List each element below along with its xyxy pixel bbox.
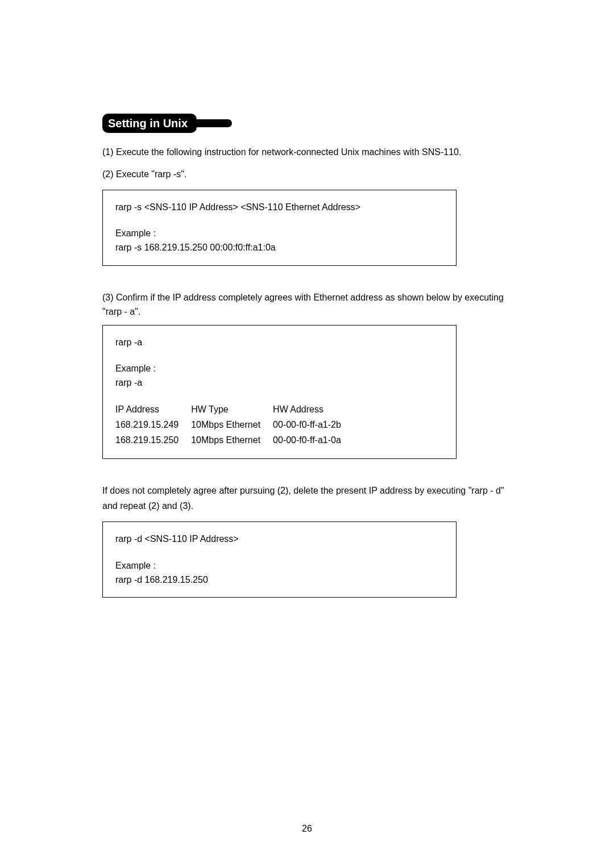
code-box-rarp-d: rarp -d <SNS-110 IP Address> Example : r… [102,521,457,598]
document-page: Setting in Unix (1) Execute the followin… [0,0,614,868]
code-line: rarp -s 168.219.15.250 00:00:f0:ff:a1:0a [115,241,443,255]
table-cell: 10Mbps Ethernet [191,433,273,449]
table-row: 168.219.15.250 10Mbps Ethernet 00-00-f0-… [115,433,354,449]
rarp-a-output-table: IP Address HW Type HW Address 168.219.15… [115,403,354,448]
step-2-text: (2) Execute "rarp -s". [102,168,512,182]
note-line-2: and repeat (2) and (3). [102,499,512,514]
heading-pill: Setting in Unix [102,114,197,133]
table-cell: 00-00-f0-ff-a1-0a [273,433,354,449]
section-heading: Setting in Unix [102,114,197,145]
code-line: Example : [115,227,443,241]
table-header-row: IP Address HW Type HW Address [115,403,354,418]
code-line: rarp -d <SNS-110 IP Address> [115,532,443,546]
code-line: Example : [115,362,443,376]
code-line: rarp -a [115,376,443,390]
code-line: rarp -d 168.219.15.250 [115,573,443,587]
step-1-text: (1) Execute the following instruction fo… [102,145,512,160]
page-number: 26 [0,824,614,834]
table-cell: 168.219.15.250 [115,433,191,449]
table-row: 168.219.15.249 10Mbps Ethernet 00-00-f0-… [115,418,354,433]
code-line: rarp -a [115,336,443,350]
table-cell: 168.219.15.249 [115,418,191,433]
code-line: Example : [115,559,443,573]
code-box-rarp-a: rarp -a Example : rarp -a IP Address HW … [102,325,457,460]
note-line-1: If does not completely agree after pursu… [102,484,512,498]
step-3-text: (3) Confirm if the IP address completely… [102,291,512,319]
table-cell: 00-00-f0-ff-a1-2b [273,418,354,433]
table-header-cell: HW Address [273,403,354,418]
table-header-cell: HW Type [191,403,273,418]
heading-text: Setting in Unix [108,117,188,130]
table-header-cell: IP Address [115,403,191,418]
heading-tail-shape [197,119,232,127]
code-line: rarp -s <SNS-110 IP Address> <SNS-110 Et… [115,201,443,215]
table-cell: 10Mbps Ethernet [191,418,273,433]
code-box-rarp-s: rarp -s <SNS-110 IP Address> <SNS-110 Et… [102,190,457,266]
